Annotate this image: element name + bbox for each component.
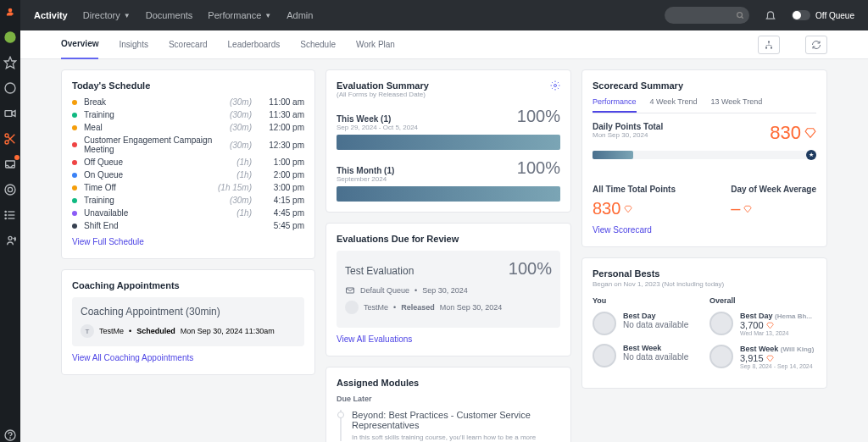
svg-point-31 — [554, 85, 557, 87]
svg-point-12 — [8, 187, 12, 191]
svg-point-19 — [8, 236, 12, 240]
module-item[interactable]: Beyond: Best Practices - Customer Servic… — [340, 410, 560, 441]
svg-rect-4 — [5, 111, 12, 117]
app-logo[interactable] — [4, 7, 16, 19]
view-scorecard-link[interactable]: View Scorecard — [593, 225, 652, 235]
avatar — [593, 344, 616, 367]
coaching-appointment[interactable]: Coaching Appointment (30min) TTestMe•Sch… — [72, 297, 304, 346]
svg-point-7 — [5, 141, 8, 144]
envelope-icon — [345, 285, 355, 296]
schedule-card: Today's Schedule Break(30m)11:00 amTrain… — [61, 69, 315, 259]
sidebar-lifebuoy-icon[interactable] — [3, 183, 17, 196]
svg-marker-35 — [744, 206, 751, 213]
evaluation-summary-card: Evaluation Summary(All Forms by Released… — [326, 69, 571, 213]
tab-directory[interactable]: Directory▼ — [83, 10, 131, 20]
svg-marker-34 — [625, 206, 632, 213]
sidebar-profile-icon[interactable] — [3, 30, 17, 44]
schedule-row: Break(30m)11:00 am — [72, 97, 304, 107]
schedule-row: Off Queue(1h)1:00 pm — [72, 157, 304, 167]
sidebar-chat-icon[interactable] — [3, 81, 17, 95]
hierarchy-button[interactable] — [758, 36, 780, 54]
subtab-workplan[interactable]: Work Plan — [356, 30, 395, 59]
view-coaching-link[interactable]: View All Coaching Appointments — [72, 353, 193, 362]
coaching-title: Coaching Appointments — [72, 280, 304, 290]
schedule-row: Unavailable(1h)4:45 pm — [72, 208, 304, 218]
sidebar-video-icon[interactable] — [3, 107, 17, 120]
month-progress-bar — [337, 186, 560, 202]
sidebar-inbox-icon[interactable] — [3, 157, 17, 171]
schedule-row: Meal(30m)12:00 pm — [72, 123, 304, 132]
svg-rect-24 — [768, 41, 770, 42]
svg-marker-36 — [766, 323, 773, 329]
star-badge-icon: ★ — [806, 150, 816, 160]
review-item[interactable]: Test Evaluation100% Default Queue•Sep 30… — [337, 251, 560, 328]
pb-you-item: Best WeekNo data available — [593, 344, 699, 367]
view-evaluations-link[interactable]: View All Evaluations — [337, 334, 412, 344]
notifications-icon[interactable] — [765, 9, 776, 21]
subtab-leaderboards[interactable]: Leaderboards — [228, 30, 281, 59]
svg-point-16 — [5, 211, 6, 212]
svg-point-1 — [4, 31, 15, 42]
schedule-row: Time Off(1h 15m)3:00 pm — [72, 183, 304, 192]
pb-you-item: Best DayNo data available — [593, 312, 699, 335]
sidebar-star-icon[interactable] — [3, 56, 17, 69]
tab-admin[interactable]: Admin — [287, 10, 313, 20]
tab-activity[interactable]: Activity — [34, 10, 68, 20]
subtab-overview[interactable]: Overview — [61, 30, 98, 59]
svg-point-17 — [5, 214, 6, 215]
svg-point-0 — [8, 8, 13, 13]
svg-point-6 — [5, 134, 8, 137]
schedule-row: Customer Engagement Campaign Meeting(30m… — [72, 135, 304, 154]
schedule-row: On Queue(1h)2:00 pm — [72, 170, 304, 180]
diamond-icon — [804, 127, 816, 139]
schedule-row: Training(30m)4:15 pm — [72, 196, 304, 205]
svg-marker-2 — [4, 57, 15, 68]
diamond-icon — [624, 205, 632, 213]
coaching-card: Coaching Appointments Coaching Appointme… — [61, 269, 315, 375]
diamond-icon — [743, 205, 752, 213]
svg-point-3 — [5, 83, 15, 93]
assigned-modules-card: Assigned Modules Due Later Beyond: Best … — [326, 367, 571, 442]
sc-tab-4week[interactable]: 4 Week Trend — [650, 97, 698, 113]
search-input[interactable] — [665, 7, 749, 24]
refresh-button[interactable] — [805, 36, 827, 54]
svg-marker-5 — [12, 111, 15, 117]
subtab-schedule[interactable]: Schedule — [300, 30, 336, 59]
subtab-scorecard[interactable]: Scorecard — [169, 30, 208, 59]
tab-documents[interactable]: Documents — [146, 10, 193, 20]
sidebar-help-icon[interactable] — [3, 428, 17, 442]
scorecard-summary-card: Scorecard Summary Performance 4 Week Tre… — [581, 69, 827, 247]
daily-points-bar: ★ — [593, 151, 816, 159]
top-navigation: Activity Directory▼ Documents Performanc… — [20, 0, 868, 30]
svg-line-23 — [742, 17, 743, 19]
view-full-schedule-link[interactable]: View Full Schedule — [72, 237, 144, 246]
svg-point-18 — [5, 218, 6, 218]
sidebar-broadcast-icon[interactable] — [3, 234, 17, 247]
sc-tab-performance[interactable]: Performance — [593, 97, 637, 113]
personal-bests-card: Personal Bests Began on Nov 1, 2023 (Not… — [581, 257, 827, 389]
schedule-row: Shift End5:45 pm — [72, 221, 304, 230]
avatar — [593, 312, 616, 335]
queue-toggle[interactable]: Off Queue — [792, 10, 854, 20]
pb-overall-item: Best Week (Will King)3,915 Sep 8, 2024 -… — [709, 345, 816, 369]
schedule-title: Today's Schedule — [72, 80, 304, 91]
subtab-insights[interactable]: Insights — [119, 30, 147, 59]
sc-tab-13week[interactable]: 13 Week Trend — [710, 97, 762, 113]
svg-point-22 — [737, 13, 743, 18]
avatar — [345, 301, 359, 314]
svg-rect-25 — [765, 47, 767, 48]
tab-performance[interactable]: Performance▼ — [208, 10, 271, 20]
svg-rect-26 — [771, 47, 772, 48]
sub-navigation: Overview Insights Scorecard Leaderboards… — [20, 30, 868, 59]
sidebar-list-icon[interactable] — [3, 208, 17, 222]
svg-marker-37 — [766, 356, 773, 362]
pb-overall-item: Best Day (Hema Bh...3,700 Wed Mar 13, 20… — [709, 312, 816, 336]
side-navigation — [0, 0, 20, 442]
svg-point-21 — [10, 438, 11, 439]
avatar: T — [81, 324, 94, 338]
week-progress-bar — [337, 135, 560, 150]
settings-icon[interactable] — [550, 80, 560, 91]
svg-marker-33 — [805, 129, 815, 138]
sidebar-scissors-icon[interactable] — [3, 132, 17, 146]
svg-point-11 — [5, 185, 15, 195]
